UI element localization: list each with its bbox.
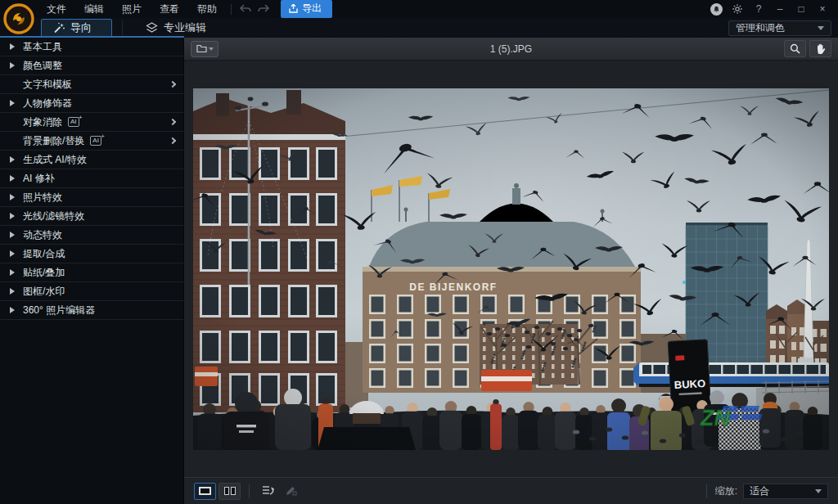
compare-view-button[interactable] <box>219 483 241 500</box>
sidebar-item-label: 360° 照片编辑器 <box>23 304 95 317</box>
magic-wand-icon <box>53 22 65 34</box>
folder-menu-button[interactable] <box>191 41 219 57</box>
sidebar-item-label: 基本工具 <box>23 40 62 54</box>
expander-triangle-icon <box>10 250 15 257</box>
sidebar-item-label: 图框/水印 <box>23 285 65 299</box>
menu-file[interactable]: 文件 <box>38 0 75 18</box>
sidebar-item-label: 照片特效 <box>23 191 62 205</box>
history-list-icon <box>262 485 276 497</box>
sidebar-item-text-templates[interactable]: 文字和模板 <box>0 75 183 94</box>
sidebar-item-label: 对象消除 <box>23 115 62 129</box>
minimize-button[interactable]: – <box>771 1 789 17</box>
tab-guided-label: 导向 <box>70 20 92 35</box>
expander-triangle-icon <box>10 232 15 238</box>
tab-professional-edit[interactable]: 专业编辑 <box>134 19 218 37</box>
photodirector-window: 文件 编辑 照片 查看 帮助 导出 ? – □ × <box>0 0 838 504</box>
folder-icon <box>196 44 207 53</box>
export-icon <box>289 4 298 13</box>
magnifier-icon <box>790 43 800 54</box>
edit-pencil-button[interactable] <box>280 483 302 500</box>
export-button[interactable]: 导出 <box>281 0 332 18</box>
expander-triangle-icon <box>10 175 15 182</box>
sidebar-item-color-adjust[interactable]: 颜色调整 <box>0 56 183 75</box>
sidebar-item-background-removal[interactable]: 背景删除/替换AI <box>0 132 183 151</box>
canvas-viewport: DE BIJENKORF <box>184 61 838 477</box>
menu-view[interactable]: 查看 <box>151 0 188 18</box>
adjustment-history-button[interactable] <box>258 483 280 500</box>
sidebar-item-ai-repair[interactable]: AI 修补 <box>0 169 183 188</box>
sidebar-item-dynamic-effects[interactable]: 动态特效 <box>0 226 183 245</box>
expander-triangle-icon <box>10 213 15 219</box>
menu-photo[interactable]: 照片 <box>113 0 151 18</box>
expander-triangle-icon <box>10 307 15 313</box>
chevron-right-icon <box>169 81 176 88</box>
sidebar-item-label: AI 修补 <box>23 172 55 186</box>
zoom-label: 缩放: <box>715 484 737 498</box>
redo-icon[interactable] <box>255 2 273 16</box>
sidebar-item-label: 文字和模板 <box>23 78 72 92</box>
menu-edit[interactable]: 编辑 <box>75 0 113 18</box>
view-toolbar: 缩放: 适合 <box>184 477 838 504</box>
divider <box>231 4 232 15</box>
sidebar-item-object-removal[interactable]: 对象消除AI <box>0 113 183 132</box>
divider <box>706 484 707 498</box>
sidebar-item-frame-watermark[interactable]: 图框/水印 <box>0 282 183 301</box>
zoom-level-dropdown[interactable]: 适合 <box>743 484 828 499</box>
expander-triangle-icon <box>10 43 15 50</box>
titlebar: 文件 编辑 照片 查看 帮助 导出 ? – □ × <box>0 0 838 18</box>
single-view-icon <box>199 487 211 495</box>
sidebar-item-generative-ai[interactable]: 生成式 AI/特效 <box>0 151 183 169</box>
expander-triangle-icon <box>10 288 15 295</box>
sidebar-item-label: 生成式 AI/特效 <box>23 153 87 167</box>
mode-tab-bar: 导向 专业编辑 管理和调色 <box>0 18 838 38</box>
undo-icon[interactable] <box>237 2 255 16</box>
sidebar-item-label: 动态特效 <box>23 228 62 242</box>
divider <box>249 484 250 498</box>
pan-hand-button[interactable] <box>809 40 831 57</box>
app-logo-icon[interactable] <box>2 2 35 35</box>
sidebar-item-extract-compose[interactable]: 提取/合成 <box>0 245 183 263</box>
chevron-down-icon <box>209 47 214 51</box>
sidebar-item-360-editor[interactable]: 360° 照片编辑器 <box>0 301 183 320</box>
expander-triangle-icon <box>10 100 15 106</box>
settings-gear-icon[interactable] <box>728 1 746 17</box>
pencil-icon <box>285 485 297 497</box>
expander-triangle-icon <box>10 62 15 69</box>
single-view-button[interactable] <box>194 483 216 500</box>
manage-color-label: 管理和调色 <box>736 21 785 35</box>
expander-triangle-icon <box>10 269 15 276</box>
guided-tools-sidebar: 基本工具 颜色调整 文字和模板 人物修饰器 对象消除AI 背景删除/替换AI 生… <box>0 38 184 504</box>
tab-guided[interactable]: 导向 <box>41 19 112 38</box>
sidebar-item-basic-tools[interactable]: 基本工具 <box>0 38 183 56</box>
sidebar-item-light-filter-effects[interactable]: 光线/滤镜特效 <box>0 207 183 226</box>
sidebar-item-label: 颜色调整 <box>23 59 62 73</box>
divider <box>122 20 123 35</box>
sidebar-item-photo-effects[interactable]: 照片特效 <box>0 188 183 207</box>
notification-bell-icon[interactable] <box>707 1 725 17</box>
window-controls: ? – □ × <box>707 1 838 17</box>
zoom-tool-button[interactable] <box>784 40 806 57</box>
sidebar-item-portrait-retoucher[interactable]: 人物修饰器 <box>0 94 183 113</box>
photo-image: DE BIJENKORF <box>193 88 829 450</box>
close-button[interactable]: × <box>813 1 831 17</box>
expander-triangle-icon <box>10 156 15 163</box>
chevron-right-icon <box>169 137 176 144</box>
ai-badge-icon: AI <box>68 117 79 127</box>
ai-badge-icon: AI <box>90 136 101 146</box>
manage-color-dropdown[interactable]: 管理和调色 <box>728 20 831 36</box>
compare-view-icon <box>224 487 236 495</box>
current-filename: 1 (5).JPG <box>184 43 838 55</box>
tab-pro-label: 专业编辑 <box>164 20 206 35</box>
sidebar-item-label: 贴纸/叠加 <box>23 266 65 280</box>
layers-icon <box>146 22 158 34</box>
help-icon[interactable]: ? <box>750 1 768 17</box>
zoom-value: 适合 <box>750 484 769 498</box>
chevron-right-icon <box>169 119 176 125</box>
chevron-down-icon <box>818 26 824 30</box>
sidebar-item-label: 提取/合成 <box>23 247 65 261</box>
sidebar-item-stickers-overlay[interactable]: 贴纸/叠加 <box>0 263 183 282</box>
menu-help[interactable]: 帮助 <box>188 0 226 18</box>
chevron-down-icon <box>815 489 822 493</box>
maximize-button[interactable]: □ <box>792 1 810 17</box>
sidebar-item-label: 人物修饰器 <box>23 97 72 110</box>
